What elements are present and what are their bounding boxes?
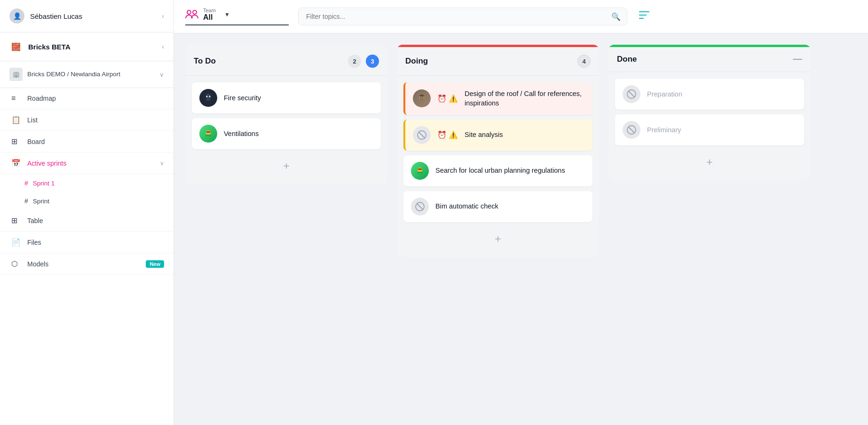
- doing-add-card-button[interactable]: ＋: [403, 227, 592, 250]
- list-label: List: [27, 116, 164, 124]
- sort-button[interactable]: [637, 8, 652, 25]
- sidebar-item-models[interactable]: ⬡ Models New: [0, 253, 174, 275]
- card-ventilations[interactable]: Ventilations: [192, 118, 381, 149]
- sprints-label: Active sprints: [27, 160, 153, 167]
- fire-security-avatar: [199, 89, 217, 107]
- sidebar-item-sprint[interactable]: # Sprint: [0, 192, 174, 210]
- search-icon: 🔍: [611, 12, 621, 21]
- column-done: Done Preparation: [608, 45, 811, 180]
- files-icon: 📄: [11, 238, 21, 247]
- doing-header: Doing 4: [397, 47, 599, 76]
- site-analysis-icons: ⏰ ⚠️: [437, 130, 458, 139]
- clock-icon: ⏰: [437, 94, 447, 103]
- filter-wrapper: 🔍: [298, 8, 627, 25]
- fire-security-text: Fire security: [224, 93, 261, 103]
- svg-line-19: [417, 204, 423, 209]
- sprint-hash-icon: #: [24, 197, 28, 205]
- sidebar-item-active-sprints[interactable]: 📅 Active sprints ∨: [0, 152, 174, 174]
- new-badge: New: [146, 260, 164, 268]
- svg-point-0: [187, 10, 191, 14]
- list-icon: 📋: [11, 115, 21, 124]
- sidebar-item-roadmap[interactable]: ≡ Roadmap: [0, 88, 174, 109]
- todo-count-1: 2: [348, 55, 361, 68]
- user-icon: 👤: [9, 8, 24, 24]
- sidebar-bricks-row[interactable]: 🧱 Bricks BETA ‹: [0, 32, 174, 61]
- board-label: Board: [27, 138, 164, 145]
- sidebar-item-sprint-1[interactable]: # Sprint 1: [0, 174, 174, 192]
- bricks-icon: 🧱: [9, 40, 23, 53]
- bim-check-text: Bim automatic check: [435, 201, 498, 211]
- svg-point-8: [209, 96, 211, 97]
- done-header: Done: [608, 47, 811, 72]
- doing-cards: ⏰ ⚠️ Design of the roof / Call for refer…: [397, 76, 599, 257]
- todo-header: To Do 2 3: [185, 47, 387, 76]
- sprint-label: Sprint: [33, 198, 49, 205]
- design-roof-icons: ⏰ ⚠️: [437, 94, 458, 103]
- project-chevron-icon: ∨: [159, 71, 164, 78]
- sidebar-project-row[interactable]: 🏢 Bricks DEMO / Newlandia Airport ∨: [0, 61, 174, 88]
- topbar: Team All ▼ 🔍: [174, 0, 868, 33]
- team-small-label: Team: [203, 8, 216, 13]
- site-analysis-text: Site analysis: [465, 130, 503, 139]
- sidebar-user-row[interactable]: 👤 Sébastien Lucas ‹: [0, 0, 174, 32]
- preliminary-avatar: [623, 121, 640, 139]
- done-cards: Preparation Preliminary ＋: [608, 72, 811, 180]
- table-icon: ⊞: [11, 216, 21, 225]
- warn-icon: ⚠️: [449, 94, 458, 103]
- team-value-label: All: [203, 13, 216, 22]
- svg-line-23: [629, 127, 634, 133]
- urban-planning-text: Search for local urban planning regulati…: [435, 166, 565, 175]
- ventilations-avatar: [199, 125, 217, 143]
- filter-input[interactable]: [298, 8, 627, 25]
- svg-point-12: [420, 96, 421, 97]
- roadmap-label: Roadmap: [27, 95, 164, 102]
- card-preliminary[interactable]: Preliminary: [615, 114, 804, 145]
- sidebar-item-list[interactable]: 📋 List: [0, 109, 174, 131]
- column-todo: To Do 2 3 Fire security: [185, 45, 387, 184]
- warn-icon-2: ⚠️: [449, 130, 458, 139]
- project-name: Bricks DEMO / Newlandia Airport: [27, 70, 155, 79]
- done-add-card-button[interactable]: ＋: [615, 150, 804, 174]
- svg-line-15: [419, 132, 425, 138]
- sidebar-item-board[interactable]: ⊞ Board: [0, 131, 174, 152]
- sprints-chevron-icon: ∨: [160, 160, 164, 167]
- svg-rect-17: [418, 168, 422, 170]
- design-roof-text: Design of the roof / Call for references…: [465, 89, 585, 108]
- user-name: Sébastien Lucas: [30, 12, 156, 20]
- svg-rect-6: [206, 99, 211, 101]
- done-dash: [793, 59, 802, 60]
- project-icon: 🏢: [9, 68, 23, 81]
- urban-planning-avatar: [411, 162, 429, 180]
- ventilations-text: Ventilations: [224, 129, 259, 138]
- team-dropdown-arrow-icon: ▼: [224, 11, 230, 18]
- sidebar-item-files[interactable]: 📄 Files: [0, 232, 174, 253]
- svg-rect-10: [206, 131, 210, 133]
- main-content: Team All ▼ 🔍 To Do 2 3: [174, 0, 868, 425]
- card-fire-security[interactable]: Fire security: [192, 82, 381, 113]
- svg-point-7: [206, 96, 208, 97]
- card-site-analysis[interactable]: ⏰ ⚠️ Site analysis: [403, 120, 592, 151]
- todo-cards: Fire security Ventilations ＋: [185, 76, 387, 184]
- card-design-roof[interactable]: ⏰ ⚠️ Design of the roof / Call for refer…: [403, 82, 592, 115]
- team-selector[interactable]: Team All ▼: [185, 8, 289, 25]
- card-urban-planning[interactable]: Search for local urban planning regulati…: [403, 155, 592, 186]
- preliminary-text: Preliminary: [647, 125, 681, 135]
- svg-line-21: [629, 91, 634, 97]
- column-doing: Doing 4 ⏰: [397, 45, 599, 257]
- card-bim-check[interactable]: Bim automatic check: [403, 191, 592, 222]
- sprint1-label: Sprint 1: [33, 180, 55, 187]
- clock-icon-2: ⏰: [437, 130, 447, 139]
- bricks-label: Bricks BETA: [28, 43, 156, 51]
- svg-point-1: [193, 10, 197, 14]
- sidebar-item-table[interactable]: ⊞ Table: [0, 210, 174, 232]
- todo-title: To Do: [194, 56, 343, 66]
- bricks-chevron-icon: ‹: [162, 43, 164, 50]
- doing-count: 4: [577, 55, 591, 68]
- table-label: Table: [27, 217, 164, 225]
- card-preparation[interactable]: Preparation: [615, 79, 804, 110]
- sidebar: 👤 Sébastien Lucas ‹ 🧱 Bricks BETA ‹ 🏢 Br…: [0, 0, 174, 425]
- doing-title: Doing: [405, 56, 573, 66]
- roadmap-icon: ≡: [11, 94, 21, 103]
- todo-add-card-button[interactable]: ＋: [192, 154, 381, 177]
- bim-check-avatar: [411, 198, 429, 216]
